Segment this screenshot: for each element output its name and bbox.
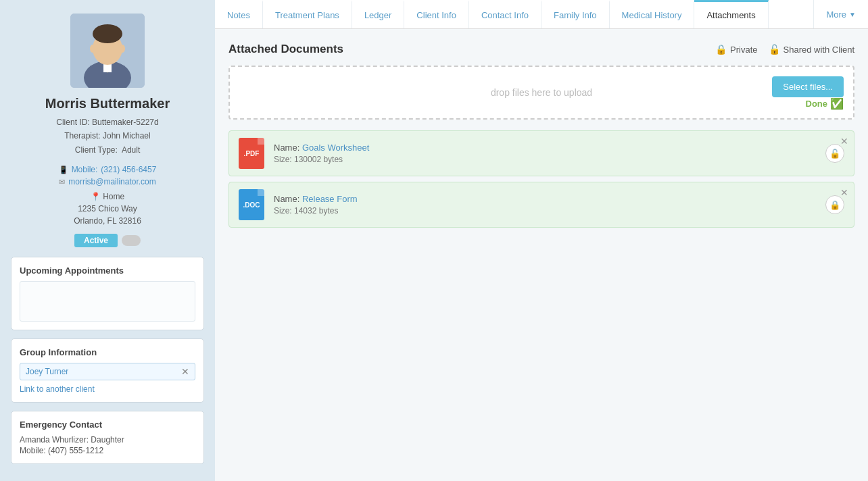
address-block: 📍 Home 1235 Chico Way Orlando, FL 32816 — [74, 191, 141, 227]
address-line1: 1235 Chico Way — [74, 203, 141, 215]
email-icon: ✉ — [59, 178, 65, 186]
tab-attachments[interactable]: Attachments — [694, 0, 768, 28]
file-name-row-1: Name: Goals Worksheet — [274, 143, 825, 153]
doc-icon: .DOC — [239, 189, 264, 220]
emergency-contact-title: Emergency Contact — [20, 420, 195, 430]
emergency-contact-name: Amanda Whurlizer: Daughter — [20, 435, 195, 445]
address-line2: Orlando, FL 32816 — [74, 215, 141, 227]
select-files-button[interactable]: Select files... — [772, 76, 844, 97]
map-icon: 📍 — [91, 192, 101, 201]
therapist-value: John Michael — [103, 131, 151, 141]
checkmark-icon: ✅ — [830, 97, 844, 110]
tab-family-info[interactable]: Family Info — [541, 0, 610, 28]
shared-label: Shared with Client — [783, 45, 855, 55]
file-close-button-2[interactable]: ✕ — [840, 188, 848, 197]
mobile-value[interactable]: (321) 456-6457 — [101, 165, 156, 174]
therapist-label: Therapist: — [64, 131, 100, 141]
file-row-2: .DOC Name: Release Form Size: 14032 byte… — [228, 182, 854, 228]
status-row: Active — [74, 234, 141, 247]
client-type-label: Client Type: — [75, 145, 118, 155]
tab-bar: Notes Treatment Plans Ledger Client Info… — [215, 0, 868, 29]
tab-contact-info[interactable]: Contact Info — [469, 0, 541, 28]
attached-docs-header: Attached Documents 🔒 Private 🔓 Shared wi… — [228, 43, 854, 56]
file-share-button-2[interactable]: 🔒 — [825, 195, 844, 214]
client-id-label: Client ID: — [56, 118, 89, 127]
phone-icon: 📱 — [59, 166, 68, 174]
client-type-value: Adult — [122, 145, 140, 155]
email-row: ✉ morrisb@mailinator.com — [59, 177, 156, 186]
file-actions-1: 🔓 — [825, 144, 844, 163]
upcoming-appointments-card: Upcoming Appointments — [11, 257, 204, 330]
left-panel: Morris Buttermaker Client ID: Buttemaker… — [0, 0, 215, 481]
share-lock-icon-2: 🔒 — [829, 200, 840, 210]
privacy-controls: 🔒 Private 🔓 Shared with Client — [715, 44, 854, 55]
mobile-row: 📱 Mobile: (321) 456-6457 — [59, 165, 157, 174]
file-actions-2: 🔒 — [825, 195, 844, 214]
drop-zone-text: drop files here to upload — [491, 87, 592, 98]
file-fold — [258, 138, 264, 145]
done-button[interactable]: Done ✅ — [806, 97, 844, 110]
pdf-label: .PDF — [244, 150, 260, 157]
right-panel: Notes Treatment Plans Ledger Client Info… — [215, 0, 868, 481]
emergency-contact-card: Emergency Contact Amanda Whurlizer: Daug… — [11, 411, 204, 464]
tab-treatment-plans[interactable]: Treatment Plans — [263, 0, 352, 28]
link-another-client-button[interactable]: Link to another client — [20, 384, 195, 394]
more-label: More — [826, 9, 846, 20]
group-information-title: Group Information — [20, 347, 195, 357]
shared-option[interactable]: 🔓 Shared with Client — [769, 44, 855, 55]
file-name-row-2: Name: Release Form — [274, 194, 825, 204]
lock-red-icon: 🔒 — [715, 44, 727, 55]
lock-green-icon: 🔓 — [769, 44, 780, 55]
file-row-1: .PDF Name: Goals Worksheet Size: 130002 … — [228, 130, 854, 176]
tab-ledger[interactable]: Ledger — [352, 0, 404, 28]
svg-point-6 — [90, 45, 95, 53]
done-label: Done — [806, 99, 828, 109]
pdf-icon: .PDF — [239, 138, 264, 169]
tab-medical-history[interactable]: Medical History — [610, 0, 695, 28]
tab-client-info[interactable]: Client Info — [404, 0, 469, 28]
emergency-mobile-value: (407) 555-1212 — [48, 446, 103, 455]
chevron-down-icon: ▼ — [849, 11, 856, 18]
private-label: Private — [730, 45, 757, 55]
emergency-mobile-label: Mobile: — [20, 446, 46, 455]
mobile-label: Mobile: — [72, 165, 98, 174]
file-info-1: Name: Goals Worksheet Size: 130002 bytes — [274, 143, 825, 164]
doc-label: .DOC — [243, 201, 260, 209]
private-option[interactable]: 🔒 Private — [715, 44, 757, 55]
client-id-value: Buttemaker-5227d — [92, 118, 159, 127]
remove-group-member-button[interactable]: ✕ — [181, 366, 189, 377]
file-name-link-2[interactable]: Release Form — [302, 194, 358, 204]
upcoming-appointments-title: Upcoming Appointments — [20, 265, 195, 276]
appointments-box — [20, 281, 195, 322]
status-toggle[interactable] — [122, 235, 141, 246]
file-share-button-1[interactable]: 🔓 — [825, 144, 844, 163]
group-information-card: Group Information Joey Turner ✕ Link to … — [11, 338, 204, 403]
client-name: Morris Buttermaker — [45, 96, 170, 111]
emergency-contact-phone: Mobile: (407) 555-1212 — [20, 446, 195, 455]
content-area: Attached Documents 🔒 Private 🔓 Shared wi… — [215, 29, 868, 481]
file-name-link-1[interactable]: Goals Worksheet — [302, 143, 369, 153]
svg-point-5 — [93, 24, 122, 43]
email-value[interactable]: morrisb@mailinator.com — [68, 177, 156, 186]
file-size-value-1: 130002 bytes — [294, 155, 343, 164]
file-size-2: Size: 14032 bytes — [274, 206, 825, 216]
client-avatar — [70, 14, 145, 88]
client-meta: Client ID: Buttemaker-5227d Therapist: J… — [56, 116, 158, 157]
group-tag: Joey Turner ✕ — [20, 363, 195, 380]
group-member-name[interactable]: Joey Turner — [26, 367, 68, 376]
tab-more[interactable]: More ▼ — [813, 0, 868, 28]
address-label: Home — [103, 192, 124, 201]
file-close-button-1[interactable]: ✕ — [840, 136, 848, 146]
drop-zone[interactable]: drop files here to upload Select files..… — [228, 66, 854, 120]
file-fold-2 — [258, 189, 264, 196]
svg-point-7 — [120, 45, 125, 53]
file-size-value-2: 14032 bytes — [294, 206, 338, 216]
status-badge: Active — [74, 234, 118, 247]
attached-docs-title: Attached Documents — [228, 43, 343, 56]
share-lock-icon-1: 🔓 — [829, 149, 840, 159]
tab-notes[interactable]: Notes — [215, 0, 263, 28]
file-size-1: Size: 130002 bytes — [274, 155, 825, 164]
file-info-2: Name: Release Form Size: 14032 bytes — [274, 194, 825, 216]
